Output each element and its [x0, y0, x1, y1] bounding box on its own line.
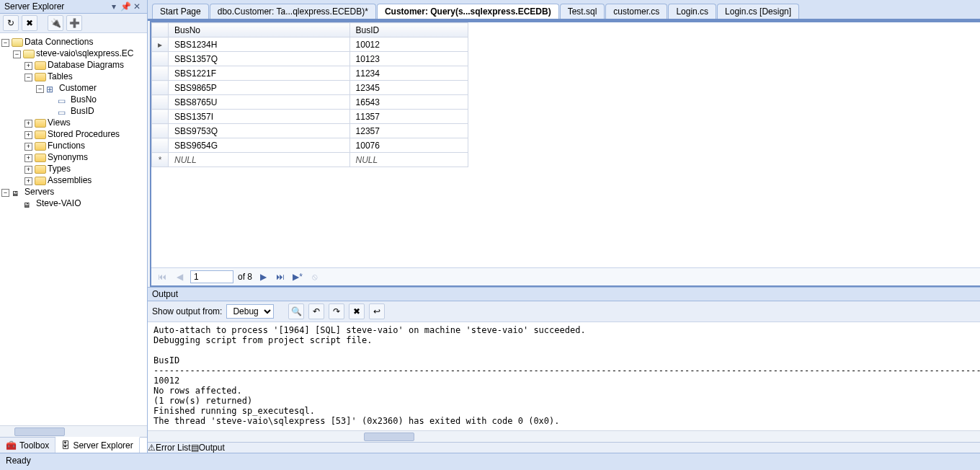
doctab-start-page[interactable]: Start Page	[152, 4, 209, 19]
tab-output[interactable]: ▤Output	[191, 443, 225, 453]
cell[interactable]: SBS9753Q	[169, 124, 350, 138]
expand-toggle[interactable]: −	[36, 85, 44, 93]
stop-icon[interactable]: ✖	[22, 15, 37, 31]
tree-label[interactable]: Synonyms	[48, 152, 88, 162]
cell-null[interactable]: NULL	[169, 153, 350, 167]
tree-label[interactable]: Assemblies	[48, 175, 92, 185]
status-bar: Ready	[0, 453, 980, 470]
expand-toggle[interactable]: +	[24, 131, 32, 139]
cell[interactable]: 12345	[349, 81, 468, 95]
nav-prev-icon[interactable]: ◀	[173, 270, 186, 283]
nav-new-icon[interactable]: ▶*	[291, 270, 304, 283]
expand-toggle[interactable]: +	[24, 166, 32, 174]
cell[interactable]: SBS1221F	[169, 66, 350, 81]
clear-icon[interactable]: ✖	[349, 303, 365, 319]
server-explorer-title: Server Explorer	[4, 1, 64, 12]
tree-label[interactable]: Stored Procedures	[48, 129, 120, 139]
column-header-busno[interactable]: BusNo	[169, 23, 350, 37]
cell[interactable]: SBS9865P	[169, 81, 350, 95]
tree-label[interactable]: Customer	[59, 83, 97, 93]
find-icon[interactable]: 🔍	[288, 303, 304, 319]
horizontal-scrollbar[interactable]	[148, 430, 980, 442]
tree-label[interactable]: Servers	[24, 187, 54, 197]
cell[interactable]: SBS1357Q	[169, 52, 350, 66]
tree-label[interactable]: Steve-VAIO	[36, 198, 81, 208]
doctab-login-design[interactable]: Login.cs [Design]	[717, 4, 799, 19]
tree-label[interactable]: BusNo	[71, 94, 97, 105]
expand-toggle[interactable]: −	[24, 74, 32, 81]
doctab-customer-query[interactable]: Customer: Query(s...sqlexpress.ECEDB)	[377, 4, 559, 19]
close-icon[interactable]: ✕	[131, 1, 143, 12]
tab-label: Error List	[156, 443, 191, 453]
folder-icon	[35, 73, 46, 81]
row-selector[interactable]	[152, 81, 169, 95]
tree-label[interactable]: BusID	[71, 106, 94, 116]
tree-label[interactable]: Functions	[48, 141, 85, 151]
tab-error-list[interactable]: ⚠Error List	[148, 443, 191, 453]
cell-null[interactable]: NULL	[349, 153, 468, 167]
add-connection-icon[interactable]: ➕	[66, 15, 82, 31]
cell[interactable]: SBS1234H	[169, 37, 350, 52]
connection-icon	[23, 50, 35, 58]
column-header-busid[interactable]: BusID	[349, 23, 468, 37]
cell[interactable]: SBS1357I	[169, 110, 350, 124]
nav-cancel-icon[interactable]: ⦸	[308, 270, 321, 283]
database-icon	[12, 38, 23, 47]
nav-position-input[interactable]	[190, 270, 233, 283]
row-selector[interactable]	[152, 138, 169, 153]
wrap-icon[interactable]: ↩	[369, 303, 385, 319]
row-selector[interactable]: ▸	[152, 37, 169, 52]
cell[interactable]: 11357	[349, 110, 468, 124]
tree-label[interactable]: Data Connections	[24, 37, 93, 47]
tree-label[interactable]: Views	[48, 117, 71, 128]
nav-next-icon[interactable]: ▶	[257, 270, 270, 283]
row-selector[interactable]	[152, 110, 169, 124]
new-row-selector[interactable]: *	[152, 153, 169, 167]
expand-toggle[interactable]: +	[24, 177, 32, 185]
expand-toggle[interactable]: −	[1, 39, 9, 47]
expand-toggle[interactable]: +	[24, 154, 32, 162]
doctab-customer-table[interactable]: dbo.Customer: Ta...qlexpress.ECEDB)*	[210, 4, 376, 19]
expand-toggle[interactable]: +	[24, 143, 32, 151]
doctab-customer-cs[interactable]: customer.cs	[605, 4, 667, 19]
nav-first-icon[interactable]: ⏮	[156, 270, 169, 283]
cell[interactable]: 16543	[349, 95, 468, 110]
expand-toggle[interactable]: +	[24, 120, 32, 128]
cell[interactable]: SBS8765U	[169, 95, 350, 110]
cell[interactable]: 12357	[349, 124, 468, 138]
doctab-test-sql[interactable]: Test.sql	[560, 4, 605, 19]
cell[interactable]: 10123	[349, 52, 468, 66]
expand-toggle[interactable]: +	[24, 62, 32, 70]
tab-toolbox[interactable]: 🧰Toolbox	[0, 438, 55, 453]
tree-label[interactable]: Tables	[48, 71, 73, 81]
prev-msg-icon[interactable]: ↶	[308, 303, 324, 319]
tree-label[interactable]: Database Diagrams	[48, 60, 124, 70]
doctab-login-cs[interactable]: Login.cs	[668, 4, 716, 19]
output-panel: Output ▾ 📌 ✕ Show output from: Debug 🔍 ↶…	[148, 287, 980, 453]
row-selector[interactable]	[152, 124, 169, 138]
horizontal-scrollbar[interactable]	[0, 425, 147, 437]
toolbox-icon: 🧰	[6, 440, 17, 451]
refresh-icon[interactable]: ↻	[3, 15, 19, 31]
dropdown-icon[interactable]: ▾	[108, 1, 120, 12]
row-selector[interactable]	[152, 52, 169, 66]
row-selector[interactable]	[152, 66, 169, 81]
output-text[interactable]: Auto-attach to process '[1964] [SQL] ste…	[148, 322, 980, 430]
tree-label[interactable]: Types	[48, 164, 71, 174]
output-source-select[interactable]: Debug	[226, 304, 274, 319]
row-selector[interactable]	[152, 95, 169, 110]
server-explorer-tree[interactable]: −Data Connections −steve-vaio\sqlexpress…	[0, 33, 147, 425]
cell[interactable]: 10012	[349, 37, 468, 52]
connect-icon[interactable]: 🔌	[48, 15, 63, 31]
next-msg-icon[interactable]: ↷	[329, 303, 344, 319]
cell[interactable]: 11234	[349, 66, 468, 81]
expand-toggle[interactable]: −	[1, 189, 9, 197]
tab-server-explorer[interactable]: 🗄Server Explorer	[55, 437, 139, 453]
tree-label[interactable]: steve-vaio\sqlexpress.EC	[36, 48, 133, 58]
pin-icon[interactable]: 📌	[120, 1, 131, 12]
nav-last-icon[interactable]: ⏭	[274, 270, 287, 283]
data-grid[interactable]: BusNo BusID ▸SBS1234H10012 SBS1357Q10123…	[151, 22, 468, 167]
expand-toggle[interactable]: −	[13, 50, 21, 58]
cell[interactable]: SBS9654G	[169, 138, 350, 153]
cell[interactable]: 10076	[349, 138, 468, 153]
